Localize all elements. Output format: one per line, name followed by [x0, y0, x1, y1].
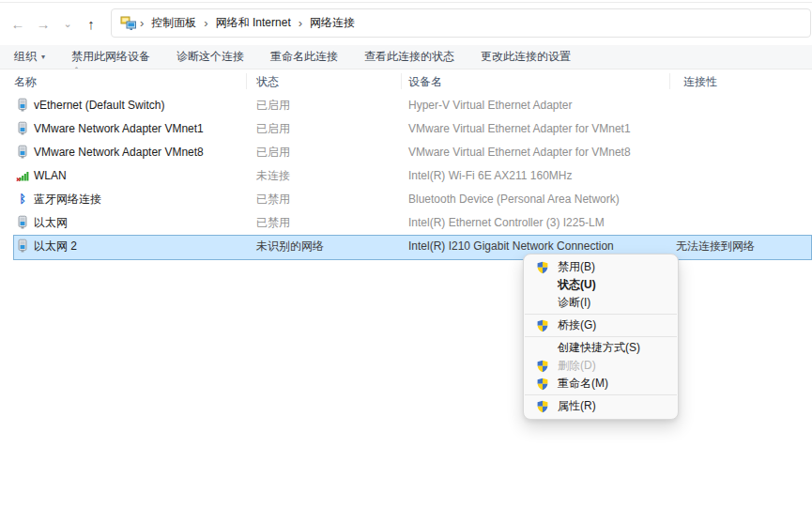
forward-button[interactable]: →: [31, 11, 55, 36]
column-divider[interactable]: [401, 73, 402, 89]
menu-item-create-shortcut[interactable]: 创建快捷方式(S): [524, 339, 678, 357]
address-bar[interactable]: ›控制面板›网络和 Internet›网络连接: [111, 8, 811, 38]
menu-item-bridge[interactable]: 桥接(G): [524, 316, 678, 334]
back-icon: ←: [11, 16, 25, 32]
menu-item-status[interactable]: 状态(U): [524, 276, 678, 294]
column-header-device[interactable]: 设备名: [408, 73, 442, 90]
connection-device: Bluetooth Device (Personal Area Network): [408, 188, 620, 211]
connection-device: VMware Virtual Ethernet Adapter for VMne…: [408, 117, 631, 141]
connection-row[interactable]: WLAN未连接Intel(R) Wi-Fi 6E AX211 160MHz: [0, 164, 812, 188]
column-divider[interactable]: [246, 73, 247, 89]
toolbar-item-label: 重命名此连接: [270, 49, 338, 65]
chevron-right-icon: ›: [137, 17, 146, 29]
sort-ascending-icon: ˆ: [75, 66, 78, 75]
connection-device: VMware Virtual Ethernet Adapter for VMne…: [408, 141, 631, 164]
toolbar-item-label: 组织: [14, 49, 37, 65]
connection-device: Intel(R) Ethernet Controller (3) I225-LM: [408, 211, 605, 235]
connection-row[interactable]: 以太网 2未识别的网络Intel(R) I210 Gigabit Network…: [0, 235, 812, 258]
breadcrumb: ›控制面板›网络和 Internet›网络连接: [137, 15, 360, 31]
toolbar-item-organize[interactable]: 组织▾: [0, 49, 58, 65]
breadcrumb-item[interactable]: 网络连接: [305, 15, 360, 31]
toolbar-item-disable-device[interactable]: 禁用此网络设备: [58, 49, 163, 65]
connection-row[interactable]: vEthernet (Default Switch)已启用Hyper-V Vir…: [0, 94, 812, 117]
ethernet-adapter-icon: [15, 239, 30, 254]
chevron-down-icon: ▾: [41, 53, 45, 61]
connection-connectivity: 无法连接到网络: [676, 235, 755, 258]
connection-device: Hyper-V Virtual Ethernet Adapter: [408, 94, 573, 117]
uac-shield-icon: [535, 318, 549, 332]
forward-icon: →: [37, 16, 51, 32]
column-header-status[interactable]: 状态: [256, 73, 279, 90]
toolbar-item-view-connection-status[interactable]: 查看此连接的状态: [351, 49, 467, 65]
connection-status: 未连接: [256, 164, 290, 188]
uac-shield-icon: [535, 359, 549, 373]
connection-status: 未识别的网络: [256, 235, 324, 258]
context-menu: 禁用(B)状态(U)诊断(I)桥接(G)创建快捷方式(S)删除(D)重命名(M)…: [523, 254, 679, 420]
bluetooth-icon: ᛒ: [15, 192, 30, 207]
back-button[interactable]: ←: [6, 11, 30, 36]
toolbar-item-rename-connection[interactable]: 重命名此连接: [257, 49, 351, 65]
column-header-connectivity[interactable]: 连接性: [683, 73, 717, 90]
toolbar-item-diagnose-connection[interactable]: 诊断这个连接: [163, 49, 257, 65]
connection-status: 已启用: [256, 141, 290, 164]
connection-name: WLAN: [34, 164, 67, 188]
menu-item-delete: 删除(D): [524, 357, 678, 375]
up-icon: ↑: [87, 16, 95, 32]
connection-row[interactable]: ᛒ蓝牙网络连接已禁用Bluetooth Device (Personal Are…: [0, 188, 812, 211]
menu-item-label: 删除(D): [558, 358, 596, 374]
column-divider[interactable]: [669, 73, 670, 89]
ethernet-adapter-icon: [15, 145, 30, 160]
up-button[interactable]: ↑: [79, 11, 103, 36]
menu-item-label: 桥接(G): [558, 317, 596, 333]
connection-name: vEthernet (Default Switch): [34, 94, 164, 117]
chevron-right-icon: ›: [201, 17, 210, 29]
menu-separator: [525, 336, 677, 337]
chevron-right-icon: ›: [296, 17, 305, 29]
window-top-divider: [0, 2, 812, 3]
toolbar-item-label: 更改此连接的设置: [481, 49, 571, 65]
menu-item-diagnose[interactable]: 诊断(I): [524, 294, 678, 312]
connection-row[interactable]: 以太网已禁用Intel(R) Ethernet Controller (3) I…: [0, 211, 812, 235]
connection-name: 以太网: [34, 211, 68, 235]
chevron-down-icon: ⌄: [63, 18, 71, 30]
breadcrumb-item[interactable]: 网络和 Internet: [211, 15, 296, 31]
toolbar-item-label: 诊断这个连接: [176, 49, 244, 65]
menu-item-label: 属性(R): [558, 398, 596, 414]
connection-row[interactable]: VMware Network Adapter VMnet8已启用VMware V…: [0, 141, 812, 164]
breadcrumb-item[interactable]: 控制面板: [146, 15, 201, 31]
connection-status: 已启用: [256, 117, 290, 141]
menu-item-disable[interactable]: 禁用(B): [524, 258, 678, 276]
menu-item-label: 诊断(I): [558, 295, 590, 311]
toolbar-item-change-connection-settings[interactable]: 更改此连接的设置: [467, 49, 584, 65]
connection-name: VMware Network Adapter VMnet1: [34, 117, 204, 141]
column-header-name[interactable]: 名称: [14, 73, 37, 90]
connection-name: 以太网 2: [34, 235, 77, 258]
connection-status: 已启用: [256, 94, 290, 117]
menu-item-properties[interactable]: 属性(R): [524, 397, 678, 415]
wifi-disconnected-icon: [15, 168, 30, 183]
toolbar-item-label: 禁用此网络设备: [71, 49, 150, 65]
network-connections-window: ← → ⌄ ↑ ›控制面板›网络和 Internet›网络连接 组织▾禁用此网络…: [0, 0, 812, 509]
ethernet-adapter-icon: [15, 98, 30, 113]
uac-shield-icon: [535, 377, 549, 391]
ethernet-adapter-icon: [15, 215, 30, 230]
connection-device: Intel(R) Wi-Fi 6E AX211 160MHz: [408, 164, 573, 188]
connection-row[interactable]: VMware Network Adapter VMnet1已启用VMware V…: [0, 117, 812, 141]
uac-shield-icon: [535, 260, 549, 274]
toolbar-item-label: 查看此连接的状态: [364, 49, 454, 65]
network-connections-icon: [120, 16, 137, 31]
connection-name: VMware Network Adapter VMnet8: [34, 141, 204, 164]
ethernet-adapter-icon: [15, 121, 30, 136]
menu-separator: [525, 314, 677, 315]
uac-shield-icon: [535, 399, 549, 413]
menu-item-label: 禁用(B): [558, 259, 595, 275]
connection-status: 已禁用: [256, 211, 290, 235]
menu-item-rename[interactable]: 重命名(M): [524, 375, 678, 393]
menu-item-label: 创建快捷方式(S): [558, 340, 640, 356]
recent-locations-dropdown-button[interactable]: ⌄: [55, 11, 80, 36]
menu-separator: [525, 394, 677, 395]
command-bar: 组织▾禁用此网络设备诊断这个连接重命名此连接查看此连接的状态更改此连接的设置: [0, 45, 812, 69]
menu-item-label: 状态(U): [558, 277, 596, 293]
connection-name: 蓝牙网络连接: [34, 188, 101, 211]
menu-item-label: 重命名(M): [558, 376, 608, 392]
